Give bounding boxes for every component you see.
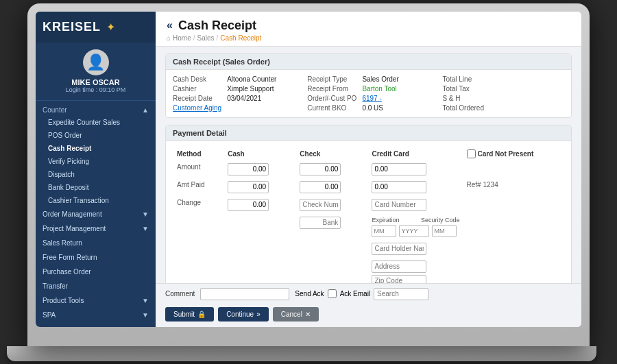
sidebar-item-sales-return[interactable]: Sales Return — [36, 236, 156, 250]
sales-order-body: Cash Desk Altoona Counter Receipt Type S… — [166, 70, 571, 117]
page-title: Cash Receipt — [178, 19, 256, 33]
table-row-address — [174, 258, 563, 283]
addr-empty — [174, 258, 223, 283]
send-ack-label: Send Ack — [295, 290, 324, 298]
cash-amount-cell — [225, 161, 295, 178]
breadcrumb-home[interactable]: Home — [173, 34, 191, 42]
send-ack-checkbox[interactable] — [328, 289, 337, 298]
sidebar-item-purchase-order[interactable]: Purchase Order — [36, 265, 156, 279]
cancel-icon: ✕ — [305, 311, 311, 318]
sidebar-counter-label[interactable]: Counter ▲ — [36, 101, 156, 116]
card-holder-input[interactable] — [372, 243, 426, 255]
receipt-type-label: Receipt Type — [307, 75, 356, 83]
sidebar-item-verify[interactable]: Verify Picking — [36, 155, 156, 168]
table-row-change: Change — [174, 197, 563, 213]
cash-paid-input[interactable] — [228, 181, 269, 193]
sidebar-item-transfer[interactable]: Transfer — [36, 279, 156, 293]
top-bar: « Cash Receipt ⌂ Home / Sales / Cash Rec… — [156, 12, 581, 47]
logo-text: KREISEL — [43, 20, 101, 34]
continue-button[interactable]: Continue » — [218, 307, 269, 321]
avatar: 👤 — [83, 49, 109, 75]
card-not-present-checkbox[interactable] — [467, 149, 476, 158]
bank-empty — [174, 215, 223, 239]
total-line-value — [489, 75, 564, 83]
cc-paid-input[interactable] — [372, 181, 426, 193]
table-row-bank: Expiration Security Code — [174, 215, 563, 239]
exp-yyyy-input[interactable] — [399, 225, 429, 237]
cashier-label: Cashier — [173, 85, 221, 93]
receipt-from-label: Receipt From — [307, 85, 356, 93]
total-ordered-value — [489, 104, 564, 112]
sidebar-scroll: Counter ▲ Expedite Counter Sales POS Ord… — [36, 101, 156, 327]
cash-paid-cell — [225, 179, 295, 195]
total-line-label: Total Line — [442, 75, 484, 83]
breadcrumb-sep2: / — [217, 34, 219, 42]
submit-button[interactable]: Submit 🔒 — [165, 307, 214, 321]
cc-amount-input[interactable] — [372, 163, 426, 175]
table-row-amt-paid: Amt Paid — [174, 179, 563, 195]
exp-mm-input[interactable] — [372, 225, 396, 237]
sh-label: S & H — [442, 95, 484, 102]
sidebar-item-expedite[interactable]: Expedite Counter Sales — [36, 116, 156, 129]
payment-table: Method Cash Check Credit Card Card Not P… — [173, 147, 564, 283]
sidebar-item-free-form[interactable]: Free Form Return — [36, 250, 156, 265]
breadcrumb-sales[interactable]: Sales — [197, 34, 215, 42]
cnp-amount-cell — [464, 161, 563, 178]
bottom-bar: Comment Send Ack Ack Email — [156, 283, 581, 304]
comment-input[interactable] — [200, 288, 289, 300]
sidebar-item-dispatch[interactable]: Dispatch — [36, 168, 156, 181]
sidebar-item-product-tools[interactable]: Product Tools ▼ — [36, 293, 156, 308]
cnp-addr-cell — [464, 258, 563, 283]
sidebar-item-project-mgmt[interactable]: Project Management ▼ — [36, 221, 156, 236]
card-number-input[interactable] — [372, 199, 426, 211]
card-holder-cell — [369, 241, 462, 257]
amt-paid-label: Amt Paid — [174, 179, 223, 195]
zip-input[interactable] — [372, 275, 426, 283]
check-paid-input[interactable] — [300, 181, 341, 193]
payment-header: Payment Detail — [166, 125, 571, 141]
check-amount-cell — [297, 161, 367, 178]
cash-amount-input[interactable] — [228, 163, 269, 175]
cash-change-cell — [225, 197, 295, 213]
check-amount-input[interactable] — [300, 163, 341, 175]
sales-order-header: Cash Receipt (Sales Order) — [166, 54, 571, 70]
laptop-screen: KREISEL ✦ 👤 MIKE OSCAR Login time : 09:1… — [36, 12, 581, 327]
payment-section: Payment Detail Method Cash Check Credit … — [165, 125, 572, 283]
breadcrumb: ⌂ Home / Sales / Cash Receipt — [167, 34, 570, 42]
sidebar-item-pos[interactable]: POS Order — [36, 129, 156, 142]
address-cell — [369, 258, 462, 283]
ch-empty2 — [225, 241, 295, 257]
sidebar-user: 👤 MIKE OSCAR Login time : 09:10 PM — [36, 43, 156, 101]
laptop-shell: KREISEL ✦ 👤 MIKE OSCAR Login time : 09:1… — [27, 3, 590, 346]
cash-change-input[interactable] — [228, 199, 269, 211]
laptop-base — [7, 346, 596, 361]
logo-icon: ✦ — [106, 21, 115, 34]
col-method: Method — [174, 148, 223, 160]
sidebar-item-cashier[interactable]: Cashier Transaction — [36, 194, 156, 207]
total-ordered-label: Total Ordered — [442, 104, 484, 112]
bank-input[interactable] — [300, 217, 341, 229]
bank-cell — [297, 215, 367, 239]
security-code-input[interactable] — [432, 225, 457, 237]
card-not-present-label[interactable]: Card Not Present — [467, 149, 560, 158]
ack-email-input[interactable] — [374, 288, 428, 300]
comment-label: Comment — [165, 290, 195, 298]
receipt-type-value: Sales Order — [362, 75, 437, 83]
cancel-button[interactable]: Cancel ✕ — [273, 307, 319, 321]
order-cust-po-value[interactable]: 6197 - — [362, 95, 437, 102]
customer-aging-link[interactable]: Customer Aging — [173, 104, 221, 112]
back-button[interactable]: « — [167, 19, 173, 32]
sidebar-item-bank[interactable]: Bank Deposit — [36, 181, 156, 194]
send-ack-row: Send Ack Ack Email — [295, 288, 428, 300]
user-icon: 👤 — [86, 53, 105, 71]
address-input[interactable] — [372, 260, 426, 273]
continue-icon: » — [256, 311, 261, 318]
check-number-input[interactable] — [300, 199, 341, 211]
cc-paid-cell — [369, 179, 462, 195]
ack-email-label: Ack Email — [340, 290, 370, 298]
sidebar-item-spa[interactable]: SPA ▼ — [36, 308, 156, 322]
payment-body: Method Cash Check Credit Card Card Not P… — [166, 141, 571, 283]
sidebar-item-order-mgmt[interactable]: Order Management ▼ — [36, 207, 156, 221]
breadcrumb-current: Cash Receipt — [220, 34, 261, 42]
sidebar-item-cash-receipt[interactable]: Cash Receipt — [36, 142, 156, 155]
